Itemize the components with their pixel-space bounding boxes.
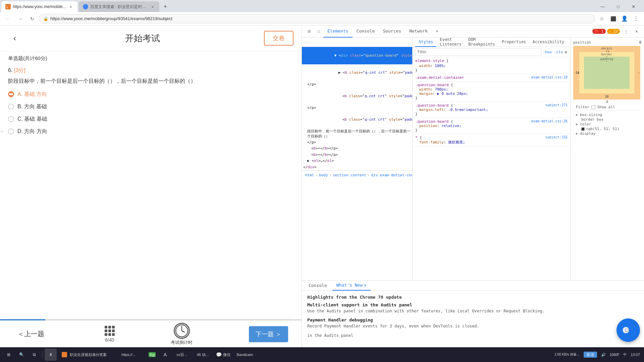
styles-filter-input[interactable]: [415, 48, 542, 56]
tab-inactive[interactable]: 百度文库搜索 - 职业意识是对本... ✕: [79, 1, 159, 12]
prop-val-box-sizing: border-box: [576, 117, 639, 122]
whatsnew-close[interactable]: ✕: [364, 283, 367, 288]
color-swatch[interactable]: [581, 127, 585, 131]
dom-tree-line-0[interactable]: ▼ <div class="question-board" style="wid…: [302, 47, 412, 64]
next-btn[interactable]: 下一题 ＞: [249, 326, 288, 342]
dom-tree-line-8[interactable]: <b>•</b></p>: [302, 145, 412, 152]
filter-checkbox[interactable]: [591, 105, 595, 109]
task-view-btn[interactable]: ⧉: [28, 349, 40, 361]
submit-btn[interactable]: 交卷: [264, 31, 293, 46]
whatsnew-item-desc-1: Record Payment Handler events for 3 days…: [307, 323, 639, 329]
forward-btn[interactable]: →: [15, 13, 25, 24]
grid-nav[interactable]: 6/40: [105, 326, 115, 343]
keyboard-tray[interactable]: 中: [622, 352, 628, 358]
subtab-properties[interactable]: Properties: [498, 38, 529, 47]
yooc-taskbar-btn[interactable]: 职业生涯规划满分答案: [57, 349, 111, 361]
more-btn[interactable]: ⋮: [631, 13, 641, 24]
new-tab-btn[interactable]: +: [161, 2, 170, 11]
grid-icon[interactable]: [105, 326, 115, 336]
dom-tree-line-6[interactable]: 段目标中，前一个目标是后一个目标的（），后一个目标是前一个目标的（）: [302, 128, 412, 139]
dom-tree-line-4[interactable]: </p>: [302, 105, 412, 111]
floating-chat-btn[interactable]: 💬: [616, 318, 640, 342]
minimize-btn[interactable]: —: [595, 1, 610, 12]
search-taskbar-btn[interactable]: 🔍: [15, 349, 28, 361]
dom-tree-line-5[interactable]: <b class="q-cnt crt" style="padding-left…: [302, 111, 412, 129]
subtab-styles[interactable]: Styles: [415, 38, 436, 47]
address-bar[interactable]: 🔒 https://www.yooc.me/mobile/group/93541…: [39, 14, 595, 23]
dom-tree-line-9[interactable]: <b>•</b></p>: [302, 152, 412, 158]
tab-network[interactable]: Network: [405, 25, 432, 38]
breadcrumb-html[interactable]: html: [305, 173, 315, 177]
tab-sources[interactable]: Sources: [379, 25, 405, 38]
section-label: 单选题(共计60分): [0, 51, 302, 62]
breadcrumb-exam[interactable]: div.exam-detial-container: [370, 173, 412, 177]
send-btn-tray[interactable]: 发送: [582, 351, 598, 358]
page-back-btn[interactable]: ‹: [8, 32, 21, 45]
video-taskbar-btn: 46 动...: [193, 349, 213, 361]
cn-taskbar-btn[interactable]: cn百...: [172, 349, 192, 361]
network-tray[interactable]: 1:00 KB/s 弹幕...: [553, 352, 581, 358]
pause-taskbar-btn[interactable]: ⏸: [45, 349, 57, 361]
error-badge: 🔴 1: [592, 29, 605, 34]
devtools-close-btn[interactable]: ✕: [632, 27, 641, 36]
bandicam-taskbar-btn[interactable]: Bandicam: [234, 349, 256, 361]
timer-area[interactable]: 考试倒计时: [171, 323, 193, 346]
profile-btn[interactable]: 👤: [619, 13, 630, 24]
refresh-btn[interactable]: ↻: [27, 13, 38, 24]
devtools-dots-btn[interactable]: ⋮: [621, 27, 631, 36]
bookmark-btn[interactable]: ☆: [596, 13, 607, 24]
breadcrumb-body[interactable]: body: [318, 173, 329, 177]
time-tray[interactable]: 13:07: [629, 352, 641, 357]
box-model-diagram: margin -14 - - -14 border - padding: [573, 46, 640, 100]
expand-arrow-color[interactable]: ▶: [576, 122, 579, 126]
position-label: position: [573, 40, 591, 45]
dom-tree-line-3[interactable]: <b class="q-cnt crt" style="padding-left…: [302, 88, 412, 105]
close-btn[interactable]: ✕: [626, 1, 641, 12]
font-taskbar-btn[interactable]: A: [159, 349, 171, 361]
subtab-accessibility[interactable]: Accessibility: [529, 38, 568, 47]
tab-close-2[interactable]: ✕: [150, 4, 155, 9]
console-tab-console[interactable]: Console: [305, 281, 331, 291]
subtab-event-listeners[interactable]: Event Listeners: [436, 38, 465, 47]
dom-tree-line-11[interactable]: </div>: [302, 164, 412, 171]
time-display: 13:07: [631, 353, 640, 357]
hov-cls-btn[interactable]: :hov .cls: [543, 50, 563, 54]
volume-tray[interactable]: 🔊: [600, 352, 607, 358]
taskbar-sep-1: [42, 351, 43, 359]
subtab-dom-breakpoints[interactable]: DOM Breakpoints: [465, 38, 498, 47]
expand-arrow-box-sizing[interactable]: ▶: [576, 113, 579, 117]
option-b[interactable]: B. 方向 基础: [8, 103, 293, 110]
tab-close-1[interactable]: ✕: [68, 4, 73, 9]
breadcrumb-section[interactable]: section.content: [332, 173, 367, 177]
show-all-label[interactable]: Show all: [597, 105, 615, 109]
console-tab-whatsnew[interactable]: What's New ✕: [332, 281, 371, 291]
baidu-taskbar-btn[interactable]: https://...: [112, 349, 145, 361]
prev-btn[interactable]: ＜上一题: [13, 327, 48, 341]
tab-elements[interactable]: Elements: [323, 25, 353, 38]
whatsnew-item-1: Payment Handler debugging Record Payment…: [307, 317, 639, 329]
start-btn[interactable]: ⊞: [3, 349, 15, 361]
wechat-taskbar-btn[interactable]: 💬 微信: [213, 349, 233, 361]
expand-arrow-display[interactable]: ▶: [576, 131, 579, 136]
dom-tree-line-10[interactable]: ▶ <ol>…</ol>: [302, 158, 412, 164]
dom-tree-line-2[interactable]: </p>: [302, 81, 412, 88]
extension-btn[interactable]: ⬛: [608, 13, 619, 24]
eg-taskbar-btn[interactable]: Eg: [146, 349, 158, 361]
dom-panel: ··· ▼ <div class="question-board" style=…: [302, 38, 413, 280]
margin-bottom-20: 20: [605, 95, 609, 98]
option-d[interactable]: D. 方向 方向: [8, 128, 293, 135]
dom-tree-line-1[interactable]: ▶ <b class="q-cnt crt" style="padding-le…: [302, 64, 412, 82]
tab-more[interactable]: »: [432, 25, 442, 38]
dom-tree-line-7[interactable]: </p>: [302, 139, 412, 146]
resolution-tray[interactable]: 1080P: [608, 352, 621, 357]
option-c[interactable]: C. 基础 基础: [8, 116, 293, 123]
tab-console[interactable]: Console: [353, 25, 379, 38]
back-btn[interactable]: ←: [3, 13, 13, 24]
maximize-btn[interactable]: □: [610, 1, 626, 12]
styles-add-btn[interactable]: +: [564, 49, 568, 55]
tab-active[interactable]: y https://www.yooc.me/mobile... ✕: [1, 1, 77, 12]
inspect-icon-btn[interactable]: ⊡: [305, 27, 314, 36]
option-a[interactable]: A. 基础 方向: [8, 91, 293, 98]
start-icon: ⊞: [7, 352, 10, 357]
device-icon-btn[interactable]: ☐: [314, 27, 323, 36]
